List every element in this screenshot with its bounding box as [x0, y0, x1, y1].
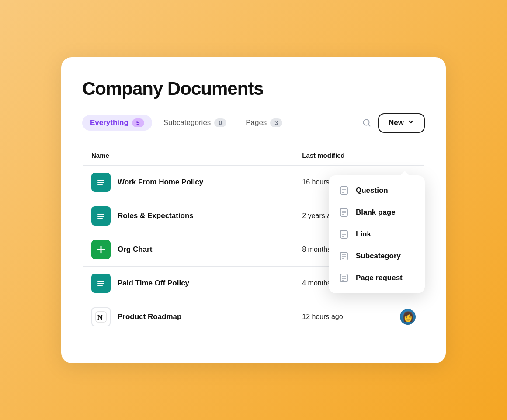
page-title: Company Documents — [82, 78, 425, 99]
document-icon — [338, 250, 350, 262]
svg-line-1 — [368, 125, 370, 126]
new-dropdown: Question Blank page — [329, 175, 425, 293]
tab-subcategories-badge: 0 — [214, 118, 226, 127]
doc-name: Org Chart — [118, 245, 152, 254]
new-button-label: New — [389, 118, 404, 127]
tab-bar: Everything 5 Subcategories 0 Pages 3 New — [82, 113, 425, 133]
chevron-down-icon — [407, 118, 414, 128]
name-cell: N Product Roadmap — [83, 300, 294, 333]
dropdown-question-label: Question — [356, 186, 388, 195]
dropdown-item-page-request[interactable]: Page request — [329, 267, 425, 289]
svg-rect-22 — [340, 208, 347, 216]
dropdown-item-subcategory[interactable]: Subcategory — [329, 245, 425, 267]
document-icon — [338, 272, 350, 284]
dropdown-item-link[interactable]: Link — [329, 223, 425, 245]
doc-name: Work From Home Policy — [118, 178, 203, 187]
dropdown-page-request-label: Page request — [356, 274, 403, 282]
dropdown-blank-page-label: Blank page — [356, 208, 396, 217]
tab-pages-badge: 3 — [270, 118, 282, 127]
doc-icon-notion: N — [91, 307, 111, 326]
doc-name: Paid Time Off Policy — [118, 279, 189, 288]
tab-subcategories-label: Subcategories — [163, 118, 211, 127]
svg-rect-26 — [340, 230, 347, 238]
name-cell: Org Chart — [83, 233, 294, 266]
name-cell: Roles & Expectations — [83, 199, 294, 233]
svg-rect-18 — [340, 187, 347, 194]
doc-icon-teal — [91, 206, 111, 226]
col-name: Name — [83, 145, 294, 165]
name-cell: Work From Home Policy — [83, 165, 294, 199]
tab-pages-label: Pages — [246, 118, 267, 127]
tab-everything[interactable]: Everything 5 — [82, 115, 152, 131]
dropdown-item-question[interactable]: Question — [329, 180, 425, 201]
avatar-person-2: 👩 — [400, 309, 416, 325]
avatar-cell: 👩 — [391, 300, 425, 333]
svg-text:N: N — [97, 314, 103, 321]
doc-name: Roles & Expectations — [118, 212, 194, 220]
tab-pages[interactable]: Pages 3 — [238, 115, 290, 131]
dropdown-subcategory-label: Subcategory — [356, 252, 401, 260]
name-cell: Paid Time Off Policy — [83, 266, 294, 300]
main-card: Company Documents Everything 5 Subcatego… — [61, 57, 446, 363]
doc-icon-teal — [91, 274, 111, 293]
tab-subcategories[interactable]: Subcategories 0 — [156, 115, 234, 131]
search-icon[interactable] — [359, 115, 375, 131]
svg-rect-34 — [340, 274, 347, 282]
dropdown-link-label: Link — [356, 230, 371, 239]
modified-cell: 12 hours ago — [293, 300, 391, 333]
doc-name: Product Roadmap — [118, 312, 181, 321]
dropdown-item-blank-page[interactable]: Blank page — [329, 201, 425, 223]
doc-icon-teal — [91, 173, 111, 192]
document-icon — [338, 207, 350, 218]
col-modified: Last modified — [293, 145, 391, 165]
new-button[interactable]: New — [378, 113, 425, 133]
col-avatar — [391, 145, 425, 165]
document-icon — [338, 185, 350, 196]
tab-everything-label: Everything — [90, 118, 128, 127]
document-icon — [338, 229, 350, 240]
table-row[interactable]: N Product Roadmap 12 hours ago 👩 — [83, 300, 425, 333]
svg-rect-30 — [340, 252, 347, 260]
doc-icon-green — [91, 240, 111, 259]
tab-everything-badge: 5 — [132, 118, 144, 127]
